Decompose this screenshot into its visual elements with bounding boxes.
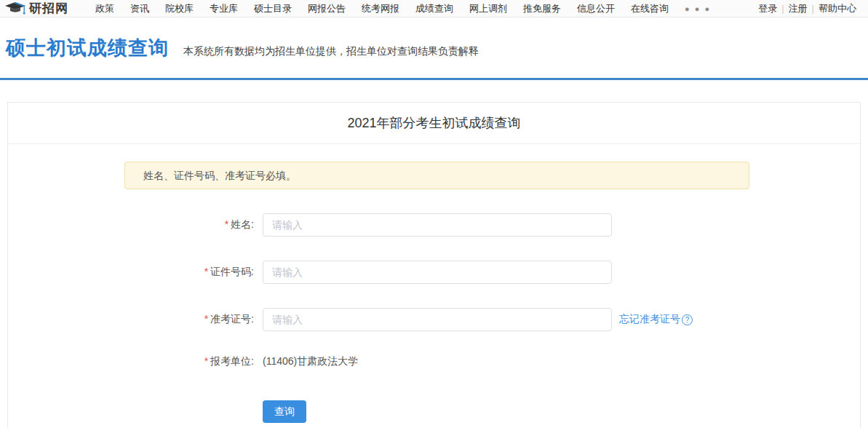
ticket-number-control: 忘记准考证号 ? — [263, 308, 693, 331]
name-control — [263, 213, 612, 237]
main-nav: 政策 资讯 院校库 专业库 硕士目录 网报公告 统考网报 成绩查询 网上调剂 推… — [87, 2, 719, 15]
card-body: 姓名、证件号码、准考证号必填。 *姓名: *证件号码: — [8, 144, 860, 423]
top-nav-bar: 研招网 政策 资讯 院校库 专业库 硕士目录 网报公告 统考网报 成绩查询 网上… — [0, 0, 868, 17]
required-asterisk: * — [204, 355, 208, 367]
form-row-id-number: *证件号码: — [8, 261, 860, 284]
nav-item-score-query[interactable]: 成绩查询 — [407, 2, 461, 15]
ticket-number-input[interactable] — [263, 308, 612, 331]
nav-more-ellipsis-icon[interactable]: ● ● ● — [677, 4, 719, 13]
apply-unit-value: (11406)甘肃政法大学 — [263, 355, 358, 368]
required-fields-notice: 姓名、证件号码、准考证号必填。 — [124, 162, 749, 189]
apply-unit-label: *报考单位: — [8, 355, 254, 368]
graduation-cap-icon — [4, 1, 26, 16]
id-number-input[interactable] — [263, 261, 612, 284]
form-row-apply-unit: *报考单位: (11406)甘肃政法大学 — [8, 355, 860, 368]
form-row-name: *姓名: — [8, 213, 860, 237]
nav-item-news[interactable]: 资讯 — [122, 2, 157, 15]
name-input[interactable] — [263, 213, 612, 237]
form-row-ticket-number: *准考证号: 忘记准考证号 ? — [8, 308, 860, 331]
site-logo[interactable]: 研招网 — [4, 0, 68, 17]
nav-item-master-catalog[interactable]: 硕士目录 — [246, 2, 300, 15]
login-link[interactable]: 登录 — [754, 2, 781, 15]
question-mark-icon: ? — [682, 314, 693, 325]
register-link[interactable]: 注册 — [784, 2, 812, 15]
nav-item-unified-exam-report[interactable]: 统考网报 — [354, 2, 407, 15]
nav-item-online-report-notice[interactable]: 网报公告 — [300, 2, 354, 15]
apply-unit-control: (11406)甘肃政法大学 — [263, 355, 358, 368]
id-number-label: *证件号码: — [8, 266, 254, 279]
page-subtitle: 本系统所有数据均为招生单位提供，招生单位对查询结果负责解释 — [183, 45, 479, 58]
nav-item-exemption-service[interactable]: 推免服务 — [515, 2, 569, 15]
page-title: 硕士初试成绩查询 — [6, 35, 169, 61]
nav-item-info-disclosure[interactable]: 信息公开 — [569, 2, 623, 15]
submit-row: 查询 — [8, 400, 860, 423]
card-title: 2021年部分考生初试成绩查询 — [8, 103, 860, 144]
topbar-auth-links: 登录 | 注册 | 帮助中心 — [754, 2, 861, 15]
help-center-link[interactable]: 帮助中心 — [814, 2, 861, 15]
nav-item-online-consult[interactable]: 在线咨询 — [623, 2, 677, 15]
id-number-control — [263, 261, 612, 284]
query-button[interactable]: 查询 — [263, 400, 306, 423]
nav-item-online-adjustment[interactable]: 网上调剂 — [461, 2, 515, 15]
forgot-ticket-link[interactable]: 忘记准考证号 ? — [619, 313, 693, 326]
nav-item-school-library[interactable]: 院校库 — [157, 2, 202, 15]
name-label: *姓名: — [8, 218, 254, 231]
score-query-card: 2021年部分考生初试成绩查询 姓名、证件号码、准考证号必填。 *姓名: *证件… — [7, 102, 861, 428]
main-content: 2021年部分考生初试成绩查询 姓名、证件号码、准考证号必填。 *姓名: *证件… — [0, 80, 868, 428]
required-asterisk: * — [204, 313, 208, 325]
nav-item-policy[interactable]: 政策 — [87, 2, 122, 15]
ticket-number-label: *准考证号: — [8, 313, 254, 326]
nav-item-major-library[interactable]: 专业库 — [202, 2, 246, 15]
site-logo-text: 研招网 — [29, 0, 68, 17]
page-header: 硕士初试成绩查询 本系统所有数据均为招生单位提供，招生单位对查询结果负责解释 — [0, 17, 868, 80]
required-asterisk: * — [225, 218, 228, 230]
required-asterisk: * — [204, 266, 208, 277]
